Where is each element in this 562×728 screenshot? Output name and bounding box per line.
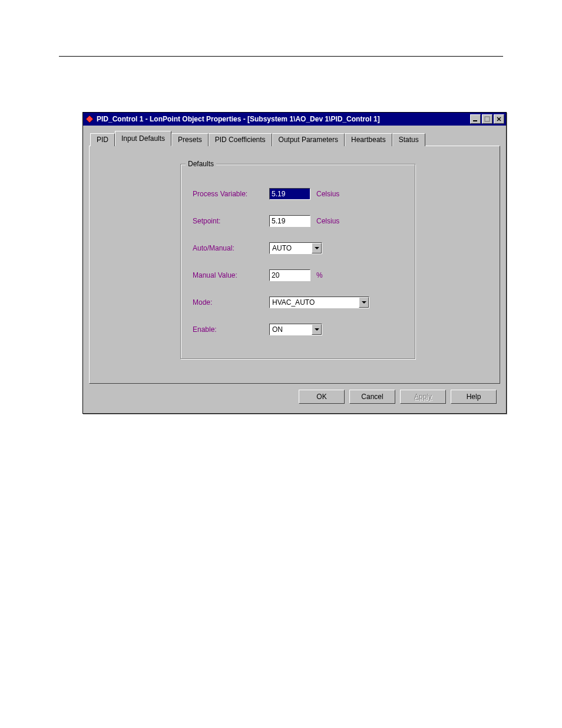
tab-strip: PID Input Defaults Presets PID Coefficie… (90, 130, 500, 146)
horizontal-rule (59, 56, 503, 57)
enable-value: ON (270, 324, 312, 335)
enable-label: Enable: (193, 325, 269, 334)
tab-pid[interactable]: PID (90, 133, 115, 146)
titlebar[interactable]: PID_Control 1 - LonPoint Object Properti… (83, 113, 506, 126)
groupbox-legend: Defaults (186, 160, 216, 168)
button-bar: OK Cancel Apply Help (89, 384, 500, 407)
ok-button[interactable]: OK (299, 390, 345, 404)
help-button[interactable]: Help (451, 390, 497, 404)
svg-rect-1 (473, 120, 477, 121)
tab-heartbeats[interactable]: Heartbeats (345, 133, 392, 146)
cancel-button[interactable]: Cancel (349, 390, 395, 404)
defaults-groupbox: Defaults Process Variable: Celsius Setpo… (180, 164, 416, 360)
mode-label: Mode: (193, 298, 269, 307)
auto-manual-label: Auto/Manual: (193, 244, 269, 252)
tab-status[interactable]: Status (392, 133, 425, 146)
apply-button: Apply (400, 390, 446, 404)
svg-marker-0 (86, 116, 93, 123)
manual-value-unit: % (316, 271, 323, 279)
auto-manual-select[interactable]: AUTO (269, 242, 322, 254)
svg-marker-7 (315, 328, 319, 331)
setpoint-unit: Celsius (316, 217, 339, 225)
process-variable-label: Process Variable: (193, 190, 269, 198)
chevron-down-icon (359, 297, 369, 308)
svg-marker-5 (315, 247, 319, 249)
chevron-down-icon (312, 324, 322, 335)
process-variable-unit: Celsius (316, 190, 339, 198)
setpoint-input[interactable] (269, 215, 310, 227)
window-title: PID_Control 1 - LonPoint Object Properti… (97, 115, 470, 123)
svg-rect-2 (485, 117, 490, 121)
manual-value-input[interactable] (269, 269, 310, 281)
tab-panel: Defaults Process Variable: Celsius Setpo… (89, 146, 500, 384)
mode-select[interactable]: HVAC_AUTO (269, 297, 369, 308)
chevron-down-icon (312, 243, 322, 253)
tab-output-parameters[interactable]: Output Parameters (272, 133, 345, 146)
manual-value-label: Manual Value: (193, 271, 269, 279)
maximize-button (482, 114, 492, 124)
close-button[interactable] (494, 114, 504, 124)
svg-marker-6 (362, 301, 366, 304)
auto-manual-value: AUTO (270, 243, 312, 253)
tab-input-defaults[interactable]: Input Defaults (115, 131, 171, 146)
tab-presets[interactable]: Presets (171, 133, 209, 146)
minimize-button[interactable] (470, 114, 481, 124)
setpoint-label: Setpoint: (193, 217, 269, 225)
process-variable-input[interactable] (269, 188, 310, 200)
enable-select[interactable]: ON (269, 324, 322, 335)
mode-value: HVAC_AUTO (270, 297, 359, 308)
app-icon (85, 114, 94, 124)
dialog-window: PID_Control 1 - LonPoint Object Properti… (82, 112, 507, 414)
tab-pid-coefficients[interactable]: PID Coefficients (209, 133, 272, 146)
